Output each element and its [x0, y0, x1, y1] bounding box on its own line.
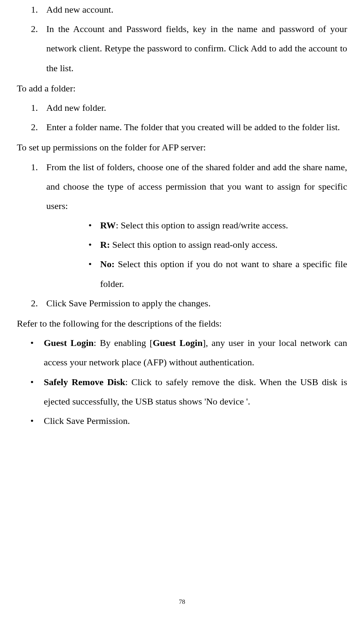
bullet-list-permissions: • RW: Select this option to assign read/… [80, 216, 347, 294]
text: Click Save Permission. [44, 415, 130, 426]
list-text: Add new account. [46, 0, 347, 19]
list-text: Guest Login: By enabling [Guest Login], … [44, 333, 347, 372]
list-text: RW: Select this option to assign read/wr… [100, 216, 347, 235]
bold-label: Safely Remove Disk [44, 377, 125, 387]
list-text: R: Select this option to assign read-onl… [100, 235, 347, 255]
list-text: Safely Remove Disk: Click to safely remo… [44, 372, 347, 411]
text: From the list of folders, choose one of … [46, 162, 347, 211]
separator [114, 259, 118, 269]
text: Select this option if you do not want to… [100, 259, 347, 289]
list-number: 2. [17, 294, 46, 313]
separator: : [116, 220, 121, 230]
list-item: 1. Add new folder. [17, 98, 347, 118]
list-text: No: Select this option if you do not wan… [100, 255, 347, 293]
bold-label: RW [100, 220, 116, 230]
list-text: In the Account and Password fields, key … [46, 19, 347, 78]
list-number: 1. [17, 0, 46, 19]
heading-field-descriptions: Refer to the following for the descripti… [17, 314, 347, 333]
bullet-icon: • [20, 333, 44, 372]
bullet-icon: • [20, 372, 44, 411]
bullet-icon: • [80, 235, 100, 255]
bullet-list-fields: • Guest Login: By enabling [Guest Login]… [20, 333, 347, 431]
bold-label: Guest Login [153, 338, 203, 348]
list-text: Add new folder. [46, 98, 347, 118]
ordered-list-b: 1. Add new folder. 2. Enter a folder nam… [17, 98, 347, 137]
text: Select this option to assign read-only a… [112, 239, 278, 250]
bullet-icon: • [80, 255, 100, 293]
list-item: 1. Add new account. [17, 0, 347, 19]
list-item: • Safely Remove Disk: Click to safely re… [20, 372, 347, 411]
page-number: 78 [0, 598, 364, 606]
ordered-list-a: 1. Add new account. 2. In the Account an… [17, 0, 347, 78]
list-item: • RW: Select this option to assign read/… [80, 216, 347, 235]
list-number: 2. [17, 118, 46, 137]
bold-label: R: [100, 239, 110, 250]
list-number: 2. [17, 19, 46, 78]
list-text: Click Save Permission to apply the chang… [46, 294, 347, 313]
list-item: • R: Select this option to assign read-o… [80, 235, 347, 255]
list-number: 1. [17, 158, 46, 294]
list-item: 2. Enter a folder name. The folder that … [17, 118, 347, 137]
bullet-icon: • [80, 216, 100, 235]
heading-permissions: To set up permissions on the folder for … [17, 138, 347, 157]
list-item: 1. From the list of folders, choose one … [17, 158, 347, 294]
heading-add-folder: To add a folder: [17, 79, 347, 98]
bullet-icon: • [20, 411, 44, 431]
list-item: 2. Click Save Permission to apply the ch… [17, 294, 347, 313]
ordered-list-c: 1. From the list of folders, choose one … [17, 158, 347, 314]
page-body: 1. Add new account. 2. In the Account an… [0, 0, 364, 431]
list-text: Click Save Permission. [44, 411, 347, 431]
list-item: • No: Select this option if you do not w… [80, 255, 347, 293]
list-item: • Guest Login: By enabling [Guest Login]… [20, 333, 347, 372]
list-text: Enter a folder name. The folder that you… [46, 118, 347, 137]
list-number: 1. [17, 98, 46, 118]
bold-label: No: [100, 259, 114, 269]
bold-label: Guest Login [44, 338, 94, 348]
text: Select this option to assign read/write … [121, 220, 288, 230]
text: : By enabling [ [94, 338, 153, 348]
list-item: 2. In the Account and Password fields, k… [17, 19, 347, 78]
list-item: • Click Save Permission. [20, 411, 347, 431]
list-text: From the list of folders, choose one of … [46, 158, 347, 294]
